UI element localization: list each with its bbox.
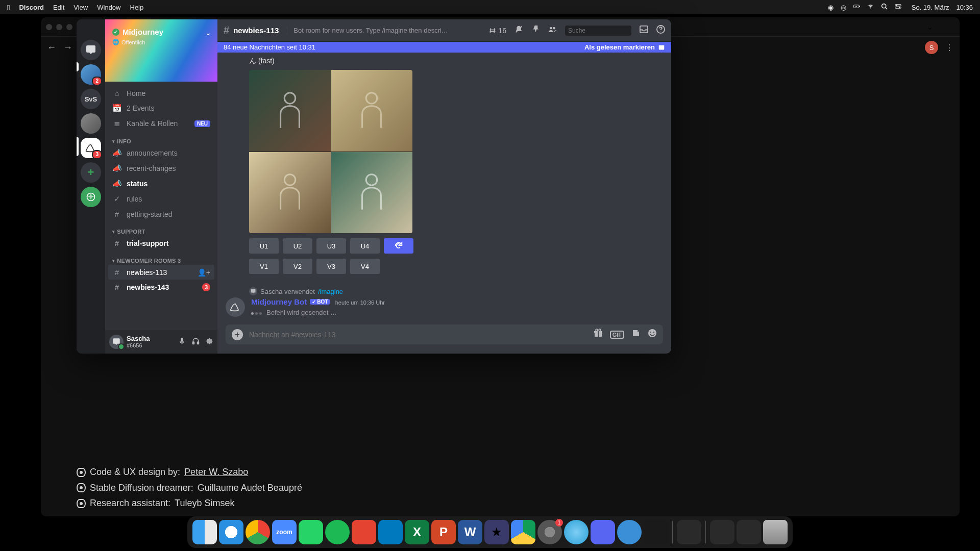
bg-back-icon[interactable]: ←: [47, 42, 56, 53]
mute-mic-icon[interactable]: [178, 337, 186, 346]
upscale-u2-button[interactable]: U2: [283, 238, 312, 254]
channel-trial-support[interactable]: #trial-support: [108, 236, 214, 251]
user-avatar[interactable]: [109, 335, 124, 349]
sidebar-home[interactable]: ⌂Home: [108, 86, 214, 101]
gif-picker-button[interactable]: GIF: [610, 331, 624, 339]
dock-finder[interactable]: [192, 520, 217, 544]
category-info[interactable]: ▾INFO: [108, 131, 214, 145]
variation-v2-button[interactable]: V2: [283, 259, 312, 274]
dock-system-settings[interactable]: 1: [537, 520, 562, 544]
bg-tab-expand-icon[interactable]: ⌄: [927, 23, 933, 31]
menubar-app-name[interactable]: Discord: [19, 4, 43, 11]
dock-folder-2[interactable]: [737, 520, 761, 544]
dock-trello[interactable]: [378, 520, 403, 544]
new-messages-bar[interactable]: 84 neue Nachrichten seit 10:31 Als geles…: [217, 42, 671, 53]
create-invite-icon[interactable]: 👤+: [198, 268, 210, 277]
menu-help[interactable]: Help: [130, 4, 144, 11]
sidebar-events[interactable]: 📅2 Events: [108, 101, 214, 116]
channel-rules[interactable]: ✓rules: [108, 191, 214, 207]
upscale-u3-button[interactable]: U3: [316, 238, 346, 254]
menubar-stop-icon[interactable]: ◎: [841, 4, 846, 11]
dock-excel[interactable]: X: [405, 520, 429, 544]
dock-chrome[interactable]: [246, 520, 270, 544]
guild-item-1[interactable]: 2: [81, 64, 101, 85]
mark-as-read-button[interactable]: Als gelesen markieren: [584, 43, 665, 51]
menubar-record-icon[interactable]: ◉: [828, 4, 834, 11]
member-list-icon[interactable]: [548, 25, 557, 36]
dock-whatsapp[interactable]: [299, 520, 323, 544]
image-grid-attachment[interactable]: [249, 70, 412, 233]
pinned-messages-icon[interactable]: [531, 25, 540, 36]
apple-menu-icon[interactable]: : [7, 3, 10, 12]
dock-quicktime[interactable]: [617, 520, 642, 544]
upscale-u4-button[interactable]: U4: [350, 238, 380, 254]
channel-status[interactable]: 📣status: [108, 176, 214, 191]
guild-item-3[interactable]: [81, 113, 101, 134]
explore-servers-button[interactable]: [81, 187, 101, 207]
category-support[interactable]: ▾SUPPORT: [108, 221, 214, 236]
menubar-time[interactable]: 10:36: [956, 4, 973, 11]
bot-avatar[interactable]: [226, 297, 245, 317]
menu-view[interactable]: View: [74, 4, 88, 11]
menubar-battery-icon[interactable]: [853, 3, 860, 11]
dock-recent-app[interactable]: [677, 520, 701, 544]
channel-getting-started[interactable]: #getting-started: [108, 207, 214, 221]
message-list[interactable]: ん (fast) U1 U2 U3 U4 V1 V2 V3 V4: [217, 53, 671, 324]
reply-context[interactable]: Sascha verwendet /imagine: [249, 287, 663, 295]
message-author[interactable]: Midjourney Bot ✓BOT: [251, 297, 330, 306]
inbox-icon[interactable]: [640, 25, 648, 36]
notification-settings-icon[interactable]: [514, 25, 523, 36]
dock-word[interactable]: W: [458, 520, 482, 544]
upscale-u1-button[interactable]: U1: [249, 238, 279, 254]
reroll-button[interactable]: [384, 238, 413, 254]
dock-voice-memos[interactable]: [644, 520, 668, 544]
help-icon[interactable]: [656, 25, 665, 36]
menu-window[interactable]: Window: [97, 4, 120, 11]
channel-announcements[interactable]: 📣announcements: [108, 145, 214, 161]
guild-item-svs[interactable]: SvS: [81, 89, 101, 109]
menubar-search-icon[interactable]: [881, 3, 888, 11]
gift-icon[interactable]: [594, 329, 603, 340]
attach-button[interactable]: +: [232, 329, 243, 340]
variation-v4-button[interactable]: V4: [350, 259, 380, 274]
channel-topic[interactable]: Bot room for new users. Type /imagine th…: [287, 27, 450, 34]
user-settings-icon[interactable]: [206, 337, 213, 346]
category-newcomer[interactable]: ▾NEWCOMER ROOMS 3: [108, 251, 214, 265]
server-dropdown-icon[interactable]: ⌄: [205, 29, 211, 37]
dock-google-drive[interactable]: [511, 520, 535, 544]
threads-button[interactable]: 16: [489, 27, 506, 35]
channel-newbies-113[interactable]: #newbies-113👤+: [108, 265, 214, 280]
dock-spotify[interactable]: [325, 520, 350, 544]
deafen-icon[interactable]: [192, 337, 200, 346]
message-input[interactable]: [249, 331, 587, 339]
menubar-wifi-icon[interactable]: [867, 3, 874, 11]
emoji-picker-icon[interactable]: [648, 329, 657, 340]
variation-v1-button[interactable]: V1: [249, 259, 279, 274]
search-box[interactable]: [565, 26, 631, 36]
sticker-picker-icon[interactable]: [631, 329, 641, 340]
dock-safari[interactable]: [219, 520, 243, 544]
bg-kebab-icon[interactable]: ⋮: [945, 43, 953, 53]
dock-app-blue[interactable]: [564, 520, 589, 544]
dock-zoom[interactable]: zoom: [272, 520, 297, 544]
add-server-button[interactable]: +: [81, 162, 101, 183]
guild-item-midjourney[interactable]: 3: [81, 138, 101, 158]
dock-imovie[interactable]: ★: [484, 520, 509, 544]
dm-button[interactable]: [81, 40, 101, 60]
dock-todoist[interactable]: [352, 520, 376, 544]
channel-recent-changes[interactable]: 📣recent-changes: [108, 161, 214, 176]
search-input[interactable]: [568, 27, 645, 34]
dock-folder-1[interactable]: [710, 520, 734, 544]
menubar-control-center-icon[interactable]: [895, 3, 901, 11]
channel-newbies-143[interactable]: #newbies-1433: [108, 280, 214, 294]
variation-v3-button[interactable]: V3: [316, 259, 346, 274]
dock-powerpoint[interactable]: P: [431, 520, 456, 544]
dock-discord[interactable]: [591, 520, 615, 544]
bg-forward-icon[interactable]: →: [63, 42, 72, 53]
server-banner[interactable]: ✓ Midjourney 🌐 Öffentlich ⌄: [105, 19, 217, 82]
menubar-date[interactable]: So. 19. März: [912, 4, 949, 11]
menu-edit[interactable]: Edit: [53, 4, 64, 11]
dock-trash[interactable]: [763, 520, 788, 544]
sidebar-channels-roles[interactable]: ≣Kanäle & RollenNEU: [108, 116, 214, 131]
bg-profile-avatar[interactable]: S: [925, 41, 938, 54]
